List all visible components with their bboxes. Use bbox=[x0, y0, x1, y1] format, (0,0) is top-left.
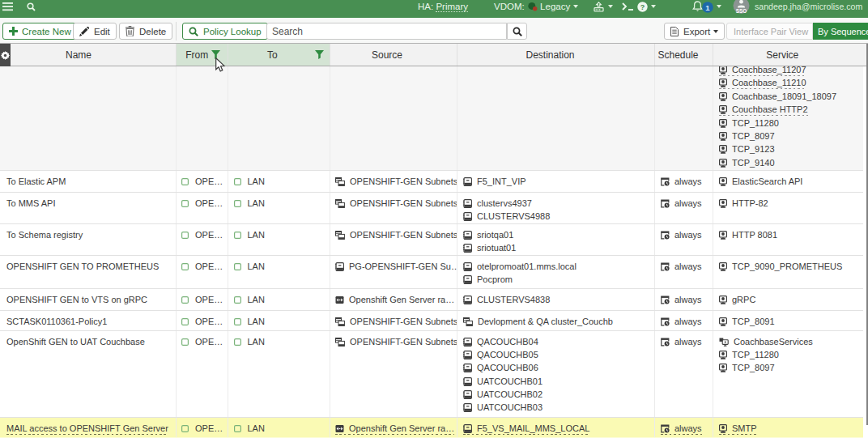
svg-text:SSO: SSO bbox=[736, 8, 747, 14]
svg-text:1: 1 bbox=[705, 2, 710, 11]
svg-text:?: ? bbox=[640, 2, 645, 11]
